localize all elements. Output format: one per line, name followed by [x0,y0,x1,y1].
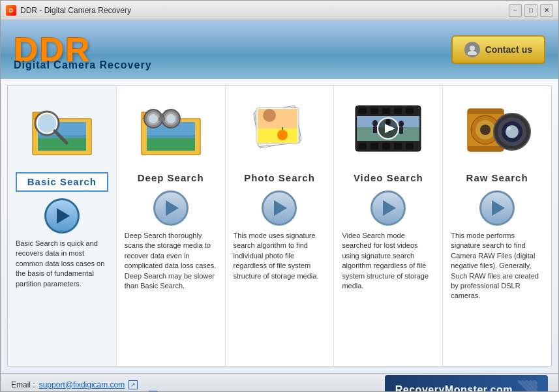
svg-rect-35 [359,108,367,114]
title-bar-controls: − □ ✕ [509,4,553,17]
contact-icon [464,42,480,57]
email-label: Email : [11,380,35,389]
play-icon [274,200,287,216]
svg-rect-40 [359,143,367,149]
svg-rect-42 [382,143,390,149]
svg-point-20 [149,114,158,123]
svg-point-32 [277,130,288,140]
svg-rect-37 [382,108,390,114]
video-search-col[interactable]: Video Search Video Search mode searched … [334,86,443,366]
svg-rect-41 [370,143,378,149]
recovery-monster-badge: RecoveryMonster.com [385,375,548,393]
deep-search-label-wrapper: Deep Search [125,172,217,184]
deep-search-play-button[interactable] [153,190,189,226]
basic-search-label-box: Basic Search [16,172,108,192]
play-icon [383,200,396,216]
svg-point-0 [470,46,475,51]
deep-search-label: Deep Search [138,172,204,183]
photo-search-label-wrapper: Photo Search [234,172,326,184]
play-icon [57,208,70,224]
svg-rect-38 [394,108,402,114]
close-button[interactable]: ✕ [540,4,553,17]
email-link[interactable]: support@fixdigicam.com [39,380,125,389]
title-bar: D DDR - Digital Camera Recovery − □ ✕ [1,1,558,20]
footer-links: Email : support@fixdigicam.com ↗ Website… [11,380,158,393]
video-search-desc: Video Search mode searched for lost vide… [342,231,434,291]
footer: Email : support@fixdigicam.com ↗ Website… [1,373,558,392]
header: DDR Digital Camera Recovery Contact us [1,20,558,79]
svg-rect-25 [159,117,165,121]
minimize-button[interactable]: − [509,4,522,17]
email-row: Email : support@fixdigicam.com ↗ [11,380,158,389]
contact-button[interactable]: Contact us [451,35,545,64]
basic-search-col[interactable]: Basic Search Basic Search is quick and r… [8,86,117,366]
app-icon: D [6,5,16,16]
basic-search-play-button[interactable] [44,198,80,234]
video-search-play-button[interactable] [370,190,406,226]
svg-point-47 [372,120,378,127]
window-title: DDR - Digital Camera Recovery [20,6,131,15]
svg-rect-52 [399,127,403,134]
contact-button-label: Contact us [485,44,532,55]
search-grid: Basic Search Basic Search is quick and r… [7,85,552,367]
svg-point-30 [263,109,276,122]
svg-rect-56 [468,109,504,114]
basic-search-desc: Basic Search is quick and recovers data … [16,239,108,289]
svg-rect-48 [373,127,377,133]
svg-point-51 [399,121,404,127]
basic-search-image [23,93,101,164]
raw-search-label-wrapper: Raw Search [451,172,543,184]
email-external-icon[interactable]: ↗ [128,380,138,389]
svg-rect-39 [406,108,414,114]
play-icon [166,200,179,216]
svg-rect-43 [394,143,402,149]
photo-search-label: Photo Search [244,172,315,183]
maximize-button[interactable]: □ [524,4,537,17]
svg-rect-29 [258,109,297,128]
svg-point-65 [507,127,511,130]
basic-search-label: Basic Search [27,176,97,187]
svg-rect-44 [406,143,414,149]
svg-point-60 [480,125,491,135]
raw-search-image [458,93,536,164]
video-search-image [349,93,427,164]
svg-point-1 [468,51,477,55]
photo-search-col[interactable]: Photo Search This mode uses signature se… [226,86,335,366]
raw-search-col[interactable]: Raw Search This mode performs signature … [443,86,551,366]
photo-search-image [240,93,318,164]
main-content: Basic Search Basic Search is quick and r… [1,79,558,373]
svg-rect-36 [370,108,378,114]
video-search-label: Video Search [354,172,423,183]
title-bar-left: D DDR - Digital Camera Recovery [6,5,131,16]
play-icon [492,200,505,216]
raw-search-label: Raw Search [466,172,528,183]
raw-search-play-button[interactable] [479,190,515,226]
video-search-label-wrapper: Video Search [342,172,434,184]
badge-text: RecoveryMonster.com [395,384,513,393]
svg-rect-57 [468,146,504,151]
app-subtitle: Digital Camera Recovery [14,59,152,71]
photo-search-desc: This mode uses signature search algorith… [234,231,326,281]
raw-search-desc: This mode performs signature search to f… [451,231,543,301]
photo-search-play-button[interactable] [262,190,297,226]
svg-point-23 [166,114,175,123]
svg-point-12 [38,114,56,132]
deep-search-desc: Deep Search thoroughly scans the storage… [125,231,217,291]
deep-search-image [132,93,210,164]
deep-search-col[interactable]: Deep Search Deep Search thoroughly scans… [117,86,226,366]
